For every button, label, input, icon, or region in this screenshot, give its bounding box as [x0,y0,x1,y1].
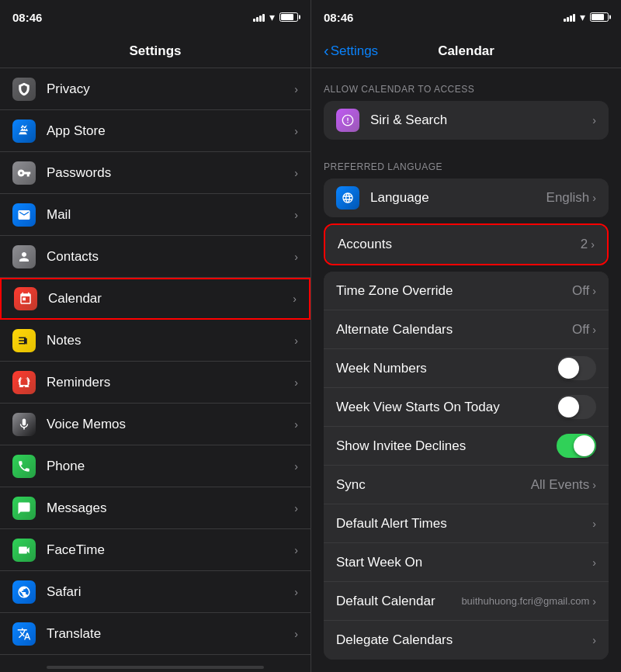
altcal-chevron: › [592,324,596,336]
inviteedeclines-item[interactable]: Show Invitee Declines [324,427,609,466]
settings-item-facetime[interactable]: FaceTime › [0,529,310,571]
reminders-icon [12,371,36,394]
altcal-value: Off [572,322,589,338]
timezone-label: Time Zone Override [336,283,572,299]
settings-item-safari[interactable]: Safari › [0,571,310,613]
settings-item-notes[interactable]: Notes › [0,320,310,362]
language-value: English [546,190,590,206]
language-chevron: › [592,192,596,204]
translate-chevron: › [294,628,298,640]
signal-icon [253,12,265,22]
messages-chevron: › [294,502,298,514]
privacy-label: Privacy [47,81,294,97]
left-nav-header: Settings [0,34,310,68]
settings-item-contacts[interactable]: Contacts › [0,236,310,278]
defaultcal-value: buithuhuong.fcri@gmail.com [461,595,589,607]
startweek-item[interactable]: Start Week On › [324,543,609,582]
phone-icon [12,455,36,478]
reminders-chevron: › [294,376,298,389]
defaultalert-chevron: › [592,518,596,530]
timezone-item[interactable]: Time Zone Override Off › [324,272,609,310]
contacts-icon [12,245,36,268]
settings-item-calendar[interactable]: Calendar › [0,278,310,320]
voicememos-chevron: › [294,418,298,431]
settings-item-privacy[interactable]: Privacy › [0,68,310,110]
notes-chevron: › [294,334,298,347]
calendar-label: Calendar [48,291,293,307]
battery-icon [279,12,298,22]
defaultcal-label: Default Calendar [336,594,461,609]
phone-chevron: › [294,460,298,473]
language-icon [336,186,359,210]
mail-icon [12,203,36,227]
inviteedeclines-toggle[interactable] [557,434,596,458]
facetime-icon [12,539,36,562]
translate-icon [12,622,36,646]
defaultalert-item[interactable]: Default Alert Times › [324,504,609,543]
settings-item-passwords[interactable]: Passwords › [0,152,310,194]
left-status-bar: 08:46 ▾ [0,0,310,34]
contacts-label: Contacts [47,249,294,265]
weekview-toggle[interactable] [557,395,596,419]
sync-value: All Events [531,477,590,493]
left-settings-list[interactable]: Privacy › App Store › Passwords › Mail › [0,68,310,663]
right-nav-title: Calendar [438,43,494,59]
settings-item-phone[interactable]: Phone › [0,445,310,487]
sync-label: Sync [336,477,531,493]
language-group: Language English › [324,178,609,217]
weekview-item[interactable]: Week View Starts On Today [324,388,609,427]
section-access-header: ALLOW CALENDAR TO ACCESS [311,68,621,101]
wifi-icon: ▾ [269,11,275,23]
contacts-chevron: › [294,251,298,263]
calendar-icon [14,287,37,310]
accounts-label: Accounts [338,237,581,252]
weeknumbers-toggle[interactable] [557,356,596,380]
weeknumbers-item[interactable]: Week Numbers [324,349,609,388]
siri-icon [336,109,359,132]
siri-group: Siri & Search › [324,101,609,140]
settings-item-appstore[interactable]: App Store › [0,110,310,152]
language-item[interactable]: Language English › [324,178,609,217]
sync-item[interactable]: Sync All Events › [324,466,609,504]
right-content: ALLOW CALENDAR TO ACCESS Siri & Search ›… [311,68,621,672]
delegatecal-item[interactable]: Delegate Calendars › [324,621,609,660]
settings-item-reminders[interactable]: Reminders › [0,362,310,404]
left-panel: 08:46 ▾ Settings Privacy › [0,0,311,672]
left-nav-title: Settings [129,43,181,59]
back-button[interactable]: ‹ Settings [324,42,378,60]
siri-search-item[interactable]: Siri & Search › [324,101,609,140]
right-panel: 08:46 ▾ ‹ Settings Calendar ALLOW CALEND… [311,0,621,672]
settings-item-mail[interactable]: Mail › [0,194,310,236]
privacy-icon [12,78,36,101]
right-signal-icon [564,12,575,22]
settings-item-voicememos[interactable]: Voice Memos › [0,404,310,445]
scroll-indicator [47,666,264,669]
mail-label: Mail [47,207,294,223]
defaultcal-chevron: › [592,595,596,608]
altcal-item[interactable]: Alternate Calendars Off › [324,310,609,349]
defaultcal-item[interactable]: Default Calendar buithuhuong.fcri@gmail.… [324,582,609,621]
calendar-chevron: › [293,293,297,305]
startweek-chevron: › [592,556,596,569]
right-nav-header: ‹ Settings Calendar [311,34,621,68]
settings-item-maps[interactable]: Maps › [0,655,310,663]
voicememos-label: Voice Memos [47,417,294,432]
back-chevron-icon: ‹ [324,42,329,60]
passwords-chevron: › [294,167,298,179]
back-label: Settings [331,43,378,59]
timezone-value: Off [572,283,589,299]
inviteedeclines-label: Show Invitee Declines [336,438,557,454]
voicememos-icon [12,413,36,436]
right-status-bar: 08:46 ▾ [311,0,621,34]
phone-label: Phone [47,459,294,474]
language-label: Language [370,190,546,206]
left-status-icons: ▾ [253,11,298,23]
mail-chevron: › [294,209,298,221]
accounts-item[interactable]: Accounts 2 › [325,225,607,264]
safari-chevron: › [294,586,298,598]
left-time: 08:46 [12,11,42,24]
reminders-label: Reminders [47,375,294,390]
settings-item-translate[interactable]: Translate › [0,613,310,655]
messages-label: Messages [47,501,294,516]
settings-item-messages[interactable]: Messages › [0,487,310,529]
